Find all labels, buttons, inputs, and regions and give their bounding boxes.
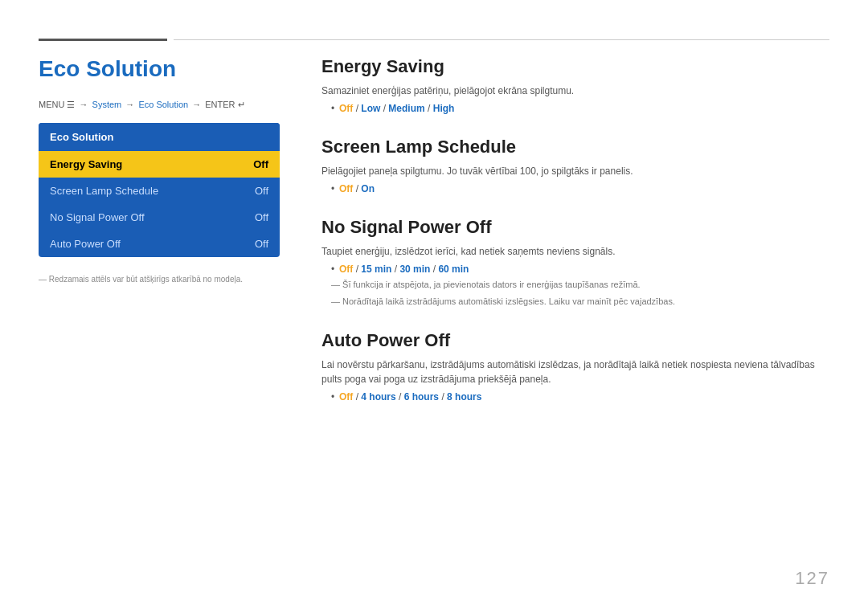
option-low: Low	[361, 103, 380, 114]
section-screen-lamp: Screen Lamp Schedule Pielāgojiet paneļa …	[321, 137, 829, 194]
option-item: Off / Low / Medium / High	[331, 103, 829, 114]
menu-item-screen-lamp[interactable]: Screen Lamp Schedule Off	[39, 178, 280, 204]
section-desc-no-signal: Taupiet enerģiju, izslēdzot ierīci, kad …	[321, 244, 829, 259]
option-off: Off	[339, 391, 353, 403]
option-high: High	[433, 103, 455, 114]
top-line-long	[174, 39, 829, 40]
breadcrumb-eco: Eco Solution	[138, 100, 188, 109]
note-line-2: Norādītajā laikā izstrādājums automātisk…	[321, 295, 829, 309]
option-30min: 30 min	[399, 264, 430, 275]
option-60min: 60 min	[438, 264, 469, 275]
section-auto-power: Auto Power Off Lai novērstu pārkaršanu, …	[321, 330, 829, 403]
right-column: Energy Saving Samaziniet enerģijas patēr…	[321, 56, 829, 425]
options-list-auto-power: Off / 4 hours / 6 hours / 8 hours	[321, 391, 829, 403]
option-8h: 8 hours	[447, 391, 481, 403]
section-desc-auto-power: Lai novērstu pārkaršanu, izstrādājums au…	[321, 358, 829, 386]
menu-item-auto-power[interactable]: Auto Power Off Off	[39, 231, 280, 257]
menu-item-label: No Signal Power Off	[50, 211, 145, 223]
option-item: Off / 4 hours / 6 hours / 8 hours	[331, 391, 829, 403]
menu-item-value: Off	[255, 238, 268, 250]
menu-item-label: Energy Saving	[50, 158, 122, 170]
option-item: Off / On	[331, 183, 829, 194]
menu-item-energy-saving[interactable]: Energy Saving Off	[39, 151, 280, 178]
top-line-short	[39, 39, 167, 41]
menu-item-no-signal[interactable]: No Signal Power Off Off	[39, 204, 280, 231]
section-desc-energy-saving: Samaziniet enerģijas patēriņu, pielāgojo…	[321, 84, 829, 98]
breadcrumb-enter: ENTER ↵	[205, 100, 244, 109]
menu-item-label: Auto Power Off	[50, 238, 121, 250]
menu-item-label: Screen Lamp Schedule	[50, 185, 158, 197]
footnote: Redzamais attēls var būt atšķirīgs atkar…	[39, 273, 288, 285]
breadcrumb: MENU ☰ → System → Eco Solution → ENTER ↵	[39, 100, 288, 110]
breadcrumb-arrow2: →	[125, 100, 137, 109]
left-column: Eco Solution MENU ☰ → System → Eco Solut…	[39, 56, 288, 285]
section-title-no-signal: No Signal Power Off	[321, 217, 829, 238]
breadcrumb-system: System	[92, 100, 122, 109]
section-energy-saving: Energy Saving Samaziniet enerģijas patēr…	[321, 56, 829, 114]
section-title-auto-power: Auto Power Off	[321, 330, 829, 351]
menu-item-value: Off	[255, 211, 268, 223]
menu-item-value: Off	[255, 185, 268, 197]
option-on: On	[361, 183, 375, 194]
option-item: Off / 15 min / 30 min / 60 min	[331, 264, 829, 275]
section-desc-screen-lamp: Pielāgojiet paneļa spilgtumu. Jo tuvāk v…	[321, 164, 829, 178]
page-title: Eco Solution	[39, 56, 288, 82]
options-list-screen-lamp: Off / On	[321, 183, 829, 194]
top-lines	[39, 39, 829, 41]
option-off: Off	[339, 183, 353, 194]
menu-item-value: Off	[253, 158, 268, 170]
section-no-signal: No Signal Power Off Taupiet enerģiju, iz…	[321, 217, 829, 308]
section-title-energy-saving: Energy Saving	[321, 56, 829, 77]
breadcrumb-menu: MENU ☰	[39, 100, 75, 109]
option-medium: Medium	[388, 103, 424, 114]
options-list-no-signal: Off / 15 min / 30 min / 60 min	[321, 264, 829, 275]
section-title-screen-lamp: Screen Lamp Schedule	[321, 137, 829, 157]
option-15min: 15 min	[361, 264, 391, 275]
option-6h: 6 hours	[404, 391, 439, 403]
menu-box: Eco Solution Energy Saving Off Screen La…	[39, 123, 280, 257]
menu-box-title: Eco Solution	[39, 123, 280, 151]
options-list-energy-saving: Off / Low / Medium / High	[321, 103, 829, 114]
option-4h: 4 hours	[361, 391, 395, 403]
page-number: 127	[795, 568, 829, 589]
note-line-1: Šī funkcija ir atspējota, ja pievienotai…	[321, 278, 829, 292]
breadcrumb-arrow3: →	[192, 100, 203, 109]
option-off: Off	[339, 103, 353, 114]
breadcrumb-arrow1: →	[80, 100, 91, 109]
option-off: Off	[339, 264, 353, 275]
